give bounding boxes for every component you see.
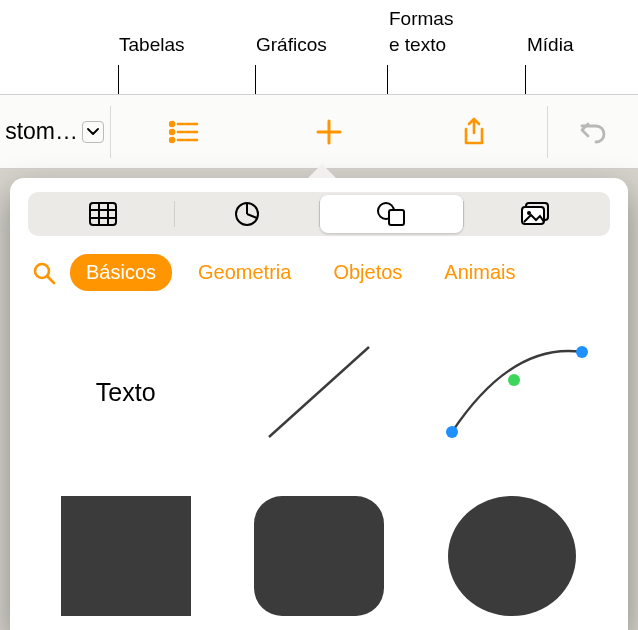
insert-popover: Básicos Geometria Objetos Animais Texto bbox=[10, 178, 628, 630]
callout-tables: Tabelas bbox=[119, 34, 185, 56]
insert-type-segmented-control bbox=[28, 192, 610, 236]
shape-curve[interactable] bbox=[423, 317, 602, 467]
segment-media[interactable] bbox=[464, 195, 607, 233]
insert-button[interactable] bbox=[299, 112, 359, 152]
chart-icon bbox=[234, 201, 260, 227]
curve-icon bbox=[432, 332, 592, 452]
callout-media: Mídia bbox=[527, 34, 573, 56]
category-animals[interactable]: Animais bbox=[428, 254, 531, 291]
shape-line[interactable] bbox=[229, 317, 408, 467]
category-geometry[interactable]: Geometria bbox=[182, 254, 307, 291]
shapes-icon bbox=[376, 201, 406, 227]
svg-point-4 bbox=[170, 138, 174, 142]
callout-shapes-line1: Formas bbox=[389, 8, 453, 30]
undo-button[interactable] bbox=[563, 112, 623, 152]
square-icon bbox=[61, 496, 191, 616]
undo-icon bbox=[578, 118, 608, 146]
media-icon bbox=[520, 201, 550, 227]
plus-icon bbox=[315, 118, 343, 146]
segment-charts[interactable] bbox=[175, 195, 318, 233]
shape-square[interactable] bbox=[36, 481, 215, 630]
shape-circle[interactable] bbox=[423, 481, 602, 630]
document-title: stom… bbox=[5, 118, 78, 145]
segment-shapes[interactable] bbox=[320, 195, 463, 233]
outline-button[interactable] bbox=[154, 112, 214, 152]
segment-tables[interactable] bbox=[31, 195, 174, 233]
app-toolbar: stom… bbox=[0, 94, 638, 169]
category-objects[interactable]: Objetos bbox=[317, 254, 418, 291]
callouts-region: Tabelas Gráficos Formas e texto Mídia bbox=[0, 0, 638, 94]
svg-line-18 bbox=[47, 276, 54, 283]
search-icon bbox=[32, 261, 56, 285]
shape-text[interactable]: Texto bbox=[36, 317, 215, 467]
shapes-grid: Texto bbox=[10, 301, 628, 630]
svg-point-20 bbox=[446, 426, 458, 438]
shape-category-row: Básicos Geometria Objetos Animais bbox=[10, 246, 628, 301]
category-basic[interactable]: Básicos bbox=[70, 254, 172, 291]
callout-shapes-line2: e texto bbox=[389, 34, 446, 56]
share-icon bbox=[462, 117, 486, 147]
tables-icon bbox=[89, 202, 117, 226]
svg-rect-13 bbox=[389, 210, 404, 225]
svg-point-0 bbox=[170, 122, 174, 126]
svg-point-22 bbox=[576, 346, 588, 358]
circle-icon bbox=[448, 496, 576, 616]
text-shape-label: Texto bbox=[96, 378, 156, 407]
svg-point-2 bbox=[170, 130, 174, 134]
list-outline-icon bbox=[169, 120, 199, 144]
svg-rect-6 bbox=[90, 203, 116, 225]
line-icon bbox=[249, 332, 389, 452]
callout-charts: Gráficos bbox=[256, 34, 327, 56]
search-shapes-button[interactable] bbox=[28, 257, 60, 289]
share-button[interactable] bbox=[444, 112, 504, 152]
chevron-down-icon bbox=[82, 121, 104, 143]
svg-point-21 bbox=[508, 374, 520, 386]
svg-line-19 bbox=[269, 347, 369, 437]
shape-rounded-square[interactable] bbox=[229, 481, 408, 630]
document-title-button[interactable]: stom… bbox=[0, 118, 110, 145]
rounded-square-icon bbox=[254, 496, 384, 616]
